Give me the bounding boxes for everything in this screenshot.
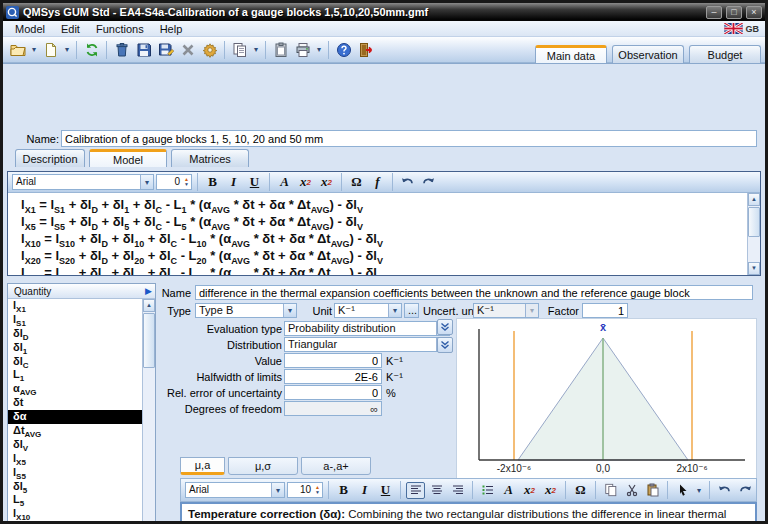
scroll-down-icon[interactable]: ▼ xyxy=(748,262,760,275)
undo-button[interactable] xyxy=(398,174,417,191)
underline-button[interactable]: U xyxy=(376,482,395,499)
tab-model[interactable]: Model xyxy=(89,149,167,167)
unit-combo[interactable]: K⁻¹▾ xyxy=(334,303,402,318)
evaluation-type-combo[interactable]: Probability distribution▾ xyxy=(284,321,450,336)
pointer-button[interactable] xyxy=(673,482,692,499)
align-left-button[interactable] xyxy=(406,482,425,499)
font-color-button[interactable]: A xyxy=(275,174,294,191)
subtab-mu-a[interactable]: μ,a xyxy=(180,457,225,475)
formula-font-combo[interactable]: Arial▾ xyxy=(12,174,154,190)
new-model-button[interactable] xyxy=(40,39,61,60)
rel-error-input[interactable] xyxy=(284,385,382,400)
formula-editor-area[interactable]: lX1 = lS1 + δlD + δl1 + δlC - L1 * (αAVG… xyxy=(8,193,760,275)
bold-button[interactable]: B xyxy=(203,174,222,191)
recalculate-button[interactable] xyxy=(81,39,102,60)
spin-down-icon[interactable]: ▼ xyxy=(182,182,191,187)
tab-main-data[interactable]: Main data xyxy=(535,45,607,63)
model-name-input[interactable] xyxy=(61,130,757,147)
scroll-up-icon[interactable]: ▲ xyxy=(748,193,760,206)
scroll-track[interactable] xyxy=(748,206,760,262)
copy-button[interactable] xyxy=(601,482,620,499)
distribution-combo[interactable]: Triangular▾ xyxy=(284,337,450,352)
quantity-list-item[interactable]: lS5 xyxy=(8,466,142,480)
menu-item[interactable]: Edit xyxy=(53,22,88,36)
quantity-list-item[interactable]: lX10 xyxy=(8,507,142,521)
remove-button[interactable] xyxy=(177,39,198,60)
tab-budget[interactable]: Budget xyxy=(689,45,761,63)
note-font-size-spinner[interactable]: 10▲▼ xyxy=(287,482,323,498)
tab-matrices[interactable]: Matrices xyxy=(171,149,249,167)
settings-button[interactable] xyxy=(199,39,220,60)
menu-item[interactable]: Model xyxy=(7,22,53,36)
unit-more-button[interactable]: ... xyxy=(404,303,419,318)
italic-button[interactable]: I xyxy=(224,174,243,191)
italic-button[interactable]: I xyxy=(355,482,374,499)
underline-button[interactable]: U xyxy=(245,174,264,191)
chevron-down-icon[interactable]: ▾ xyxy=(388,304,401,317)
save-as-button[interactable] xyxy=(155,39,176,60)
symbol-button[interactable]: Ω xyxy=(347,174,366,191)
maximize-button[interactable]: □ xyxy=(726,6,742,19)
delete-button[interactable] xyxy=(111,39,132,60)
bullet-list-button[interactable] xyxy=(478,482,497,499)
exit-button[interactable] xyxy=(355,39,376,60)
halfwidth-input[interactable] xyxy=(284,369,382,384)
superscript-button[interactable]: x2 xyxy=(520,482,539,499)
formula-font-size-spinner[interactable]: 0▲▼ xyxy=(156,174,192,190)
language-label[interactable]: GB xyxy=(746,24,760,34)
quantity-list-item[interactable]: lX5 xyxy=(8,452,142,466)
subscript-button[interactable]: x2 xyxy=(541,482,560,499)
scroll-thumb[interactable] xyxy=(748,207,760,237)
align-right-button[interactable] xyxy=(448,482,467,499)
quantity-list-item[interactable]: ΔtAVG xyxy=(8,424,142,438)
copy-dropdown[interactable]: ▾ xyxy=(251,39,261,60)
type-combo[interactable]: Type B▾ xyxy=(195,303,297,318)
undo-button[interactable] xyxy=(715,482,734,499)
save-button[interactable] xyxy=(133,39,154,60)
chevron-down-icon[interactable]: ▾ xyxy=(140,175,153,189)
pointer-dropdown[interactable]: ▾ xyxy=(694,480,704,501)
quantity-list-item[interactable]: δlV xyxy=(8,438,142,452)
redo-button[interactable] xyxy=(736,482,755,499)
value-input[interactable] xyxy=(284,353,382,368)
menu-item[interactable]: Functions xyxy=(88,22,152,36)
menu-item[interactable]: Help xyxy=(152,22,191,36)
symbol-button[interactable]: Ω xyxy=(571,482,590,499)
function-button[interactable]: f xyxy=(368,174,387,191)
font-color-button[interactable]: A xyxy=(499,482,518,499)
subtab-mu-sigma[interactable]: μ,σ xyxy=(228,457,298,475)
align-center-button[interactable] xyxy=(427,482,446,499)
report-button[interactable] xyxy=(270,39,291,60)
cut-button[interactable] xyxy=(622,482,641,499)
new-model-dropdown[interactable]: ▾ xyxy=(62,39,72,60)
chevron-down-icon[interactable]: ▾ xyxy=(271,483,284,497)
open-model-dropdown[interactable]: ▾ xyxy=(29,39,39,60)
detail-name-input[interactable] xyxy=(195,285,753,300)
quantity-list-item[interactable]: δl5 xyxy=(8,480,142,494)
redo-button[interactable] xyxy=(419,174,438,191)
tab-description[interactable]: Description xyxy=(15,149,85,167)
copy-button[interactable] xyxy=(229,39,250,60)
help-button[interactable] xyxy=(333,39,354,60)
gb-flag-icon[interactable] xyxy=(724,23,743,34)
quantity-list-item[interactable]: L5 xyxy=(8,493,142,507)
print-button[interactable] xyxy=(292,39,313,60)
note-font-combo[interactable]: Arial▾ xyxy=(185,482,285,498)
open-model-button[interactable] xyxy=(7,39,28,60)
tab-observation[interactable]: Observation xyxy=(612,45,684,63)
subscript-button[interactable]: x2 xyxy=(317,174,336,191)
close-button[interactable]: × xyxy=(746,6,762,19)
spin-down-icon[interactable]: ▼ xyxy=(313,490,322,495)
paste-button[interactable] xyxy=(643,482,662,499)
note-editor-area[interactable]: Temperature correction (δα): Combining t… xyxy=(180,502,757,524)
collapse-panel-button[interactable] xyxy=(437,337,453,353)
minimize-button[interactable]: – xyxy=(706,6,722,19)
quantity-list-item[interactable]: lX1 xyxy=(8,299,142,313)
print-dropdown[interactable]: ▾ xyxy=(314,39,324,60)
factor-input[interactable] xyxy=(582,303,628,318)
superscript-button[interactable]: x2 xyxy=(296,174,315,191)
formula-scrollbar[interactable]: ▲ ▼ xyxy=(747,193,760,275)
chevron-down-icon[interactable]: ▾ xyxy=(283,304,296,317)
bold-button[interactable]: B xyxy=(334,482,353,499)
subtab-a-minus-a-plus[interactable]: a-,a+ xyxy=(301,457,371,475)
